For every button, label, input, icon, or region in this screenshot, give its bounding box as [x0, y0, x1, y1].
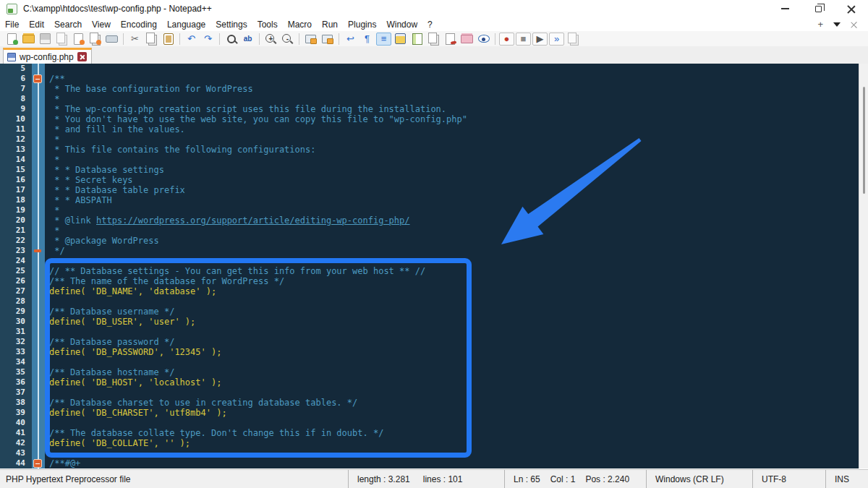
- code-line-41[interactable]: 41/** The database collate type. Don't c…: [0, 428, 859, 438]
- folder-as-workspace-icon[interactable]: [459, 33, 475, 46]
- menu-view[interactable]: View: [87, 19, 116, 30]
- close-icon[interactable]: [71, 33, 86, 46]
- function-list-icon[interactable]: [393, 33, 408, 46]
- menu-help[interactable]: ?: [422, 19, 438, 30]
- code-line-25[interactable]: 25// ** Database settings - You can get …: [0, 266, 859, 276]
- code-line-5[interactable]: 5: [0, 64, 859, 74]
- word-wrap-icon[interactable]: ↩: [343, 33, 358, 46]
- status-encoding[interactable]: UTF-8: [752, 470, 825, 488]
- code-line-9[interactable]: 9 * The wp-config.php creation script us…: [0, 104, 859, 114]
- code-line-36[interactable]: 36define( 'DB_HOST', 'localhost' );: [0, 377, 859, 388]
- menu-run[interactable]: Run: [317, 19, 343, 30]
- show-all-characters-icon[interactable]: ¶: [359, 33, 375, 46]
- code-line-14[interactable]: 14 *: [0, 155, 859, 165]
- code-line-11[interactable]: 11 * and fill in the values.: [0, 124, 859, 134]
- scrollbar-thumb[interactable]: [863, 87, 865, 194]
- code-line-29[interactable]: 29/** Database username */: [0, 307, 859, 317]
- code-line-26[interactable]: 26/** The name of the database for WordP…: [0, 276, 859, 286]
- menu-edit[interactable]: Edit: [24, 19, 49, 30]
- undo-icon[interactable]: ↶: [184, 33, 199, 46]
- code-line-34[interactable]: 34: [0, 357, 859, 367]
- code-line-10[interactable]: 10 * You don't have to use the web site,…: [0, 114, 859, 124]
- tab-wp-config[interactable]: wp-config.php: [3, 48, 92, 64]
- document-switcher-icon[interactable]: [426, 33, 441, 46]
- menu-tools[interactable]: Tools: [252, 19, 283, 30]
- code-line-33[interactable]: 33define( 'DB_PASSWORD', '12345' );: [0, 347, 859, 357]
- redo-icon[interactable]: ↷: [200, 33, 216, 46]
- wordpress-docs-link[interactable]: https://wordpress.org/support/article/ed…: [96, 215, 409, 226]
- code-line-16[interactable]: 16 * * Secret keys: [0, 175, 859, 185]
- code-line-32[interactable]: 32/** Database password */: [0, 337, 859, 347]
- fold-collapse-icon[interactable]: [33, 459, 42, 468]
- code-line-44[interactable]: 44/**#@+: [0, 458, 859, 468]
- code-line-23[interactable]: 23 */: [0, 246, 859, 256]
- code-line-21[interactable]: 21 *: [0, 226, 859, 236]
- code-line-18[interactable]: 18 * * ABSPATH: [0, 195, 859, 205]
- menu-search[interactable]: Search: [49, 19, 87, 30]
- new-tab-button[interactable]: +: [817, 20, 823, 29]
- menu-plugins[interactable]: Plugins: [343, 19, 381, 30]
- code-line-13[interactable]: 13 * This file contains the following co…: [0, 145, 859, 155]
- print-icon[interactable]: [104, 33, 119, 46]
- macro-save-icon[interactable]: [566, 33, 581, 46]
- menu-window[interactable]: Window: [381, 19, 422, 30]
- code-line-38[interactable]: 38/** Database charset to use in creatin…: [0, 398, 859, 408]
- code-line-37[interactable]: 37: [0, 388, 859, 398]
- code-line-22[interactable]: 22 * @package WordPress: [0, 236, 859, 246]
- code-line-42[interactable]: 42define( 'DB_COLLATE', '' );: [0, 438, 859, 448]
- find-icon[interactable]: [224, 33, 239, 46]
- monitor-icon[interactable]: [443, 33, 458, 46]
- sync-vertical-scroll-icon[interactable]: [303, 33, 318, 46]
- macro-run-multiple-icon[interactable]: »: [549, 33, 564, 46]
- macro-play-icon[interactable]: ▶: [532, 33, 548, 46]
- menu-language[interactable]: Language: [162, 19, 210, 30]
- menu-encoding[interactable]: Encoding: [116, 19, 162, 30]
- open-file-icon[interactable]: [21, 33, 36, 46]
- code-line-28[interactable]: 28: [0, 296, 859, 307]
- status-insert-mode[interactable]: INS: [825, 470, 868, 488]
- sync-horizontal-scroll-icon[interactable]: [320, 33, 335, 46]
- copy-icon[interactable]: [144, 33, 159, 46]
- code-line-35[interactable]: 35/** Database hostname */: [0, 367, 859, 377]
- code-line-6[interactable]: 6/**: [0, 74, 859, 84]
- zoom-out-icon[interactable]: -: [280, 33, 295, 46]
- paste-icon[interactable]: [161, 33, 176, 46]
- save-icon[interactable]: [38, 33, 53, 46]
- code-line-30[interactable]: 30define( 'DB_USER', 'user' );: [0, 317, 859, 327]
- macro-record-icon[interactable]: ●: [499, 33, 514, 46]
- zoom-in-icon[interactable]: +: [263, 33, 278, 46]
- code-line-7[interactable]: 7 * The base configuration for WordPress: [0, 84, 859, 94]
- menu-macro[interactable]: Macro: [283, 19, 317, 30]
- close-button[interactable]: [835, 0, 868, 17]
- code-line-27[interactable]: 27define( 'DB_NAME', 'database' );: [0, 286, 859, 296]
- macro-stop-icon[interactable]: ■: [516, 33, 531, 46]
- code-line-8[interactable]: 8 *: [0, 94, 859, 104]
- tab-close-icon[interactable]: [77, 52, 87, 61]
- vertical-scrollbar[interactable]: [859, 64, 868, 468]
- code-line-39[interactable]: 39define( 'DB_CHARSET', 'utf8mb4' );: [0, 408, 859, 418]
- code-line-31[interactable]: 31: [0, 327, 859, 337]
- save-all-icon[interactable]: [54, 33, 69, 46]
- tab-list-dropdown-icon[interactable]: [833, 22, 841, 27]
- code-line-17[interactable]: 17 * * Database table prefix: [0, 185, 859, 195]
- close-all-icon[interactable]: [88, 33, 103, 46]
- indent-guide-icon[interactable]: ≡: [376, 33, 391, 46]
- code-line-15[interactable]: 15 * * Database settings: [0, 165, 859, 175]
- code-editor[interactable]: 56/**7 * The base configuration for Word…: [0, 64, 859, 468]
- code-line-12[interactable]: 12 *: [0, 134, 859, 145]
- new-file-icon[interactable]: [4, 33, 20, 46]
- code-line-19[interactable]: 19 *: [0, 205, 859, 215]
- view-eye-icon[interactable]: [476, 33, 491, 46]
- code-line-40[interactable]: 40: [0, 418, 859, 428]
- code-line-43[interactable]: 43: [0, 448, 859, 458]
- code-line-20[interactable]: 20 * @link https://wordpress.org/support…: [0, 215, 859, 226]
- code-line-24[interactable]: 24: [0, 256, 859, 266]
- minimize-button[interactable]: [768, 0, 801, 17]
- cut-icon[interactable]: ✂: [127, 33, 142, 46]
- document-map-icon[interactable]: [409, 33, 425, 46]
- restore-button[interactable]: [801, 0, 835, 17]
- menu-settings[interactable]: Settings: [210, 19, 252, 30]
- fold-collapse-icon[interactable]: [33, 74, 42, 83]
- status-eol-format[interactable]: Windows (CR LF): [646, 470, 752, 488]
- close-tab-icon[interactable]: [851, 21, 858, 28]
